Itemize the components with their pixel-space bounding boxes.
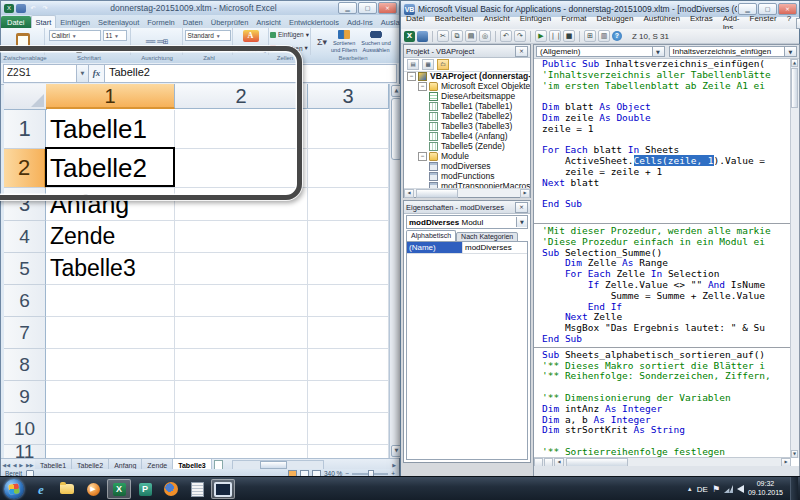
paste-icon[interactable]	[16, 33, 30, 51]
conditional-formatting-icon[interactable]: A	[243, 30, 259, 42]
restore-button[interactable]: ▢	[358, 2, 377, 14]
properties-object-select[interactable]: modDiverses Modul ▼	[406, 215, 528, 229]
taskbar-mediaplayer-icon[interactable]: ▶	[81, 479, 105, 499]
cell-r4c3[interactable]	[308, 221, 389, 253]
clock[interactable]: 09:32 09.10.2015	[748, 480, 783, 498]
taskbar-notepad-icon[interactable]	[185, 479, 209, 499]
cell-r7c1[interactable]	[46, 317, 175, 349]
property-value[interactable]: modDiverses	[463, 242, 527, 253]
next-sheet-icon[interactable]: ▶	[19, 462, 23, 468]
ribbon-tab-seitenlayout[interactable]: Seitenlayout	[94, 16, 143, 28]
tree-item-moddiverses[interactable]: modDiverses	[404, 161, 530, 171]
procedure-dropdown[interactable]: Inhaltsverzeichnis_einfügen▼	[669, 46, 798, 57]
properties-close-icon[interactable]: ×	[515, 202, 528, 213]
vba-redo-icon[interactable]: ↷	[514, 30, 526, 42]
ribbon-tab-start[interactable]: Start	[31, 15, 57, 28]
row-header-2[interactable]: 2	[4, 149, 46, 188]
cell-r11c3[interactable]	[308, 445, 389, 458]
borders-icon[interactable]: ⊞	[108, 45, 114, 53]
tree-item-tabelle3-tabelle3-[interactable]: Tabelle3 (Tabelle3)	[404, 121, 530, 131]
ribbon-tab-einfügen[interactable]: Einfügen	[56, 16, 94, 28]
code-horizontal-scrollbar[interactable]: ◀ ▶	[534, 457, 791, 466]
tree-item-module[interactable]: −Module	[404, 151, 530, 161]
cell-r11c2[interactable]	[175, 445, 308, 458]
autosum-icon[interactable]: Σ▾	[317, 37, 327, 47]
taskbar-ie-icon[interactable]: e	[29, 479, 53, 499]
shrink-font-icon[interactable]: A˅	[97, 45, 106, 53]
bold-button[interactable]: F	[61, 44, 66, 53]
row-header-4[interactable]: 4	[4, 221, 46, 253]
cell-r7c3[interactable]	[308, 317, 389, 349]
view-excel-icon[interactable]: X	[404, 31, 415, 42]
cell-r3c3[interactable]	[308, 188, 389, 221]
tree-item-tabelle4-anfang-[interactable]: Tabelle4 (Anfang)	[404, 131, 530, 141]
network-icon[interactable]	[724, 485, 733, 493]
ribbon-tab-ansicht[interactable]: Ansicht	[252, 16, 285, 28]
cell-r5c1[interactable]: Tabelle3	[46, 253, 175, 285]
redo-icon[interactable]: ↷	[40, 4, 50, 13]
cell-r6c1[interactable]	[46, 285, 175, 317]
properties-window-icon[interactable]: ▥	[598, 30, 610, 42]
tree-item-microsoft-excel-objekte[interactable]: −Microsoft Excel Objekte	[404, 81, 530, 91]
cell-r10c2[interactable]	[175, 413, 308, 445]
cell-r5c3[interactable]	[308, 253, 389, 285]
ribbon-tab-datei[interactable]: Datei	[1, 16, 31, 28]
volume-icon[interactable]	[737, 485, 744, 493]
select-all-corner[interactable]	[4, 84, 47, 110]
find-icon[interactable]: ◎	[479, 30, 491, 42]
font-name-select[interactable]: Calibri ▼	[49, 30, 101, 41]
start-button[interactable]	[4, 479, 24, 499]
align-left-icon[interactable]: ≡≡⊞	[157, 38, 168, 46]
minimize-button[interactable]: ▁	[338, 2, 357, 14]
cell-r1c1[interactable]: Tabelle1	[46, 110, 175, 149]
percent-icon[interactable]: % 000	[198, 45, 218, 53]
expand-icon[interactable]: −	[407, 72, 416, 81]
cell-r6c3[interactable]	[308, 285, 389, 317]
paste-tool-icon[interactable]: ▤	[465, 30, 477, 42]
ribbon-tab-überprüfen[interactable]: Überprüfen	[207, 16, 253, 28]
insert-cells-button[interactable]: Einfügen ▾	[270, 31, 309, 39]
cell-r1c3[interactable]	[308, 110, 389, 149]
save-icon[interactable]	[16, 4, 26, 13]
undo-icon[interactable]: ↶	[28, 4, 38, 13]
cell-r2c2[interactable]	[175, 149, 308, 188]
cell-r2c3[interactable]	[308, 149, 389, 188]
zoom-slider[interactable]	[352, 473, 388, 475]
ribbon-tab-add-ins[interactable]: Add-Ins	[343, 16, 377, 28]
project-close-icon[interactable]: ×	[515, 46, 528, 57]
font-size-select[interactable]: 11 ▼	[103, 30, 127, 41]
cell-r11c1[interactable]	[46, 445, 175, 458]
cell-r2c1[interactable]: Tabelle2	[46, 149, 175, 188]
ribbon-tab-formeln[interactable]: Formeln	[143, 16, 179, 28]
run-macro-icon[interactable]: ▶	[535, 30, 547, 42]
object-dropdown[interactable]: (Allgemein)▼	[536, 46, 665, 57]
last-sheet-icon[interactable]: ▶▶	[26, 462, 34, 468]
cell-r3c1[interactable]: Anfang	[46, 188, 175, 221]
tray-expand-icon[interactable]: ▲	[687, 486, 693, 492]
cell-r9c3[interactable]	[308, 381, 389, 413]
tree-item-tabelle5-zende-[interactable]: Tabelle5 (Zende)	[404, 141, 530, 151]
cell-r10c3[interactable]	[308, 413, 389, 445]
find-select-button[interactable]: Suchen und Auswählen	[361, 30, 391, 52]
view-code-icon[interactable]: ▤	[407, 59, 419, 70]
cell-r3c2[interactable]	[175, 188, 308, 221]
cell-r7c2[interactable]	[175, 317, 308, 349]
expand-icon[interactable]: −	[418, 82, 427, 91]
name-box-dropdown-icon[interactable]: ▼	[77, 64, 89, 83]
row-header-1[interactable]: 1	[4, 110, 46, 149]
row-header-9[interactable]: 9	[4, 381, 46, 413]
cut-icon[interactable]: ✂	[437, 30, 449, 42]
column-header-3[interactable]: 3	[308, 84, 389, 109]
grow-font-icon[interactable]: A˄	[85, 45, 94, 53]
formula-input[interactable]: Tabelle2	[105, 64, 397, 83]
cell-r4c1[interactable]: Zende	[46, 221, 175, 253]
show-desktop-button[interactable]	[790, 477, 798, 500]
code-editor[interactable]: Public Sub Inhaltsverzeichnis_einfügen('…	[534, 59, 791, 458]
sort-filter-button[interactable]: Sortieren und Filtern	[329, 30, 359, 52]
toggle-folders-icon[interactable]: 🗀	[437, 59, 449, 70]
code-scroll-down-icon[interactable]: ▼	[791, 450, 798, 458]
vba-undo-icon[interactable]: ↶	[500, 30, 512, 42]
close-button[interactable]: ×	[378, 2, 397, 14]
vba-help-icon[interactable]: ?	[612, 31, 622, 41]
language-indicator[interactable]: DE	[697, 485, 708, 494]
